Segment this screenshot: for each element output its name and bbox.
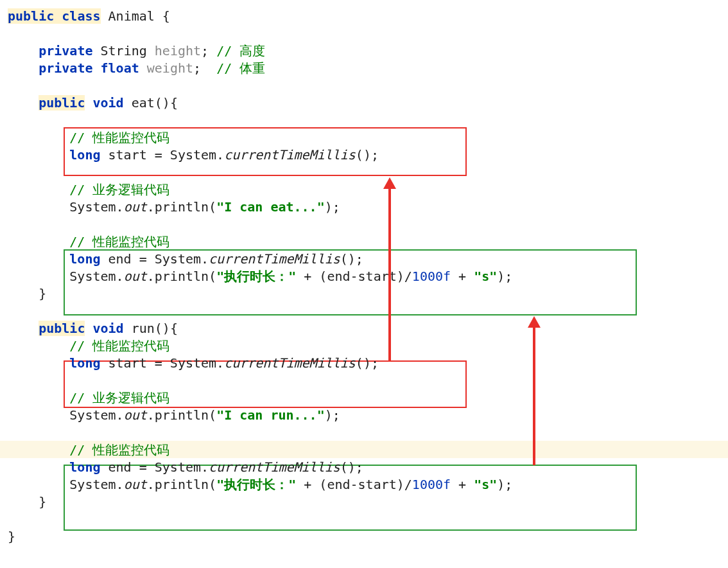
text: + (end-start)/ xyxy=(296,477,412,492)
kw-long: long xyxy=(69,147,100,163)
kw-void: void xyxy=(92,321,123,336)
text: end = System. xyxy=(101,459,209,475)
kw-void: void xyxy=(92,95,123,111)
text: + (end-start)/ xyxy=(296,269,412,284)
comment-monitor: // 性能监控代码 xyxy=(69,338,169,353)
text: .println( xyxy=(147,477,216,492)
text: System. xyxy=(69,199,123,215)
kw-private: private xyxy=(39,60,92,76)
call-currentTimeMillis: currentTimeMillis xyxy=(224,147,356,163)
field-out: out xyxy=(124,199,147,215)
brace: } xyxy=(39,494,46,510)
text: System. xyxy=(69,477,123,492)
comment-monitor: // 性能监控代码 xyxy=(69,442,169,457)
text: System. xyxy=(69,269,123,284)
call-currentTimeMillis: currentTimeMillis xyxy=(224,355,356,371)
call-currentTimeMillis: currentTimeMillis xyxy=(209,251,340,267)
text: (); xyxy=(340,459,363,475)
code-block: public class Animal { private String hei… xyxy=(8,8,720,546)
string: "I can run..." xyxy=(216,407,325,423)
comment: // 高度 xyxy=(216,43,265,58)
comment-business: // 业务逻辑代码 xyxy=(69,182,169,197)
call-currentTimeMillis: currentTimeMillis xyxy=(209,459,340,475)
comment: // 体重 xyxy=(216,60,265,76)
kw-long: long xyxy=(69,459,100,475)
kw-float: float xyxy=(101,60,139,76)
string: "I can eat..." xyxy=(216,199,325,215)
string: "执行时长：" xyxy=(216,477,296,492)
text: Animal { xyxy=(101,8,170,24)
text: (); xyxy=(356,355,379,371)
field-weight: weight xyxy=(147,60,193,76)
text: + xyxy=(451,477,474,492)
kw-class: class xyxy=(62,8,100,24)
kw-public: public xyxy=(39,321,85,336)
semi: ; xyxy=(201,43,209,58)
kw-long: long xyxy=(69,251,100,267)
comment-business: // 业务逻辑代码 xyxy=(69,390,169,405)
brace: } xyxy=(8,529,15,544)
comment-monitor: // 性能监控代码 xyxy=(69,234,169,249)
semi: ; xyxy=(193,60,201,76)
brace: } xyxy=(39,286,46,301)
text: ); xyxy=(497,269,512,284)
method-eat: eat(){ xyxy=(124,95,178,111)
text: ); xyxy=(325,199,340,215)
text: start = System. xyxy=(101,355,225,371)
text: .println( xyxy=(147,269,216,284)
string: "s" xyxy=(474,269,497,284)
text: .println( xyxy=(147,199,216,215)
method-run: run(){ xyxy=(124,321,178,336)
number: 1000f xyxy=(412,269,451,284)
string: "执行时长：" xyxy=(216,269,296,284)
string: "s" xyxy=(474,477,497,492)
text: .println( xyxy=(147,407,216,423)
field-height: height xyxy=(155,43,201,58)
field-out: out xyxy=(124,407,147,423)
number: 1000f xyxy=(412,477,451,492)
text: System. xyxy=(69,407,123,423)
kw-long: long xyxy=(69,355,100,371)
kw-private: private xyxy=(39,43,92,58)
text: (); xyxy=(340,251,363,267)
text: (); xyxy=(356,147,379,163)
kw-public: public xyxy=(39,95,85,111)
kw-public: public xyxy=(8,8,54,24)
text: ); xyxy=(497,477,512,492)
type-string: String xyxy=(101,43,147,58)
text: + xyxy=(451,269,474,284)
text: end = System. xyxy=(101,251,209,267)
text: ); xyxy=(325,407,340,423)
comment-monitor: // 性能监控代码 xyxy=(69,130,169,145)
field-out: out xyxy=(124,269,147,284)
field-out: out xyxy=(124,477,147,492)
text: start = System. xyxy=(101,147,225,163)
